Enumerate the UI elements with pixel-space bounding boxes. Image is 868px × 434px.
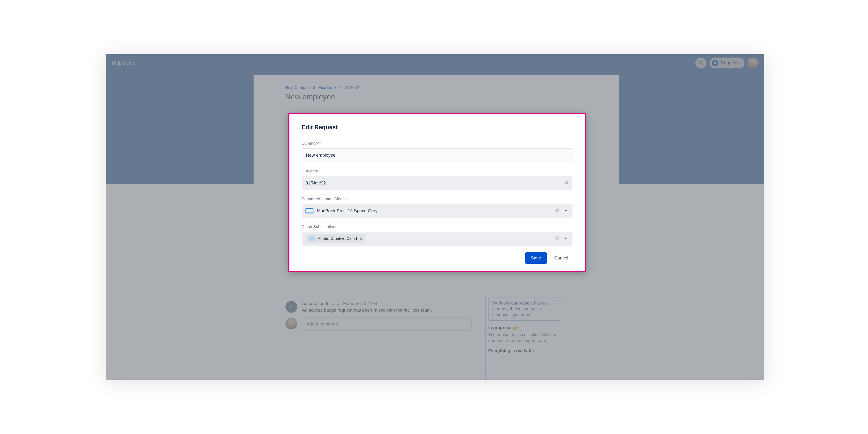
clear-icon[interactable]: [564, 181, 569, 186]
edit-request-modal: Edit Request Summary* Due date 01/Nov/22…: [288, 113, 586, 272]
summary-label: Summary: [302, 141, 319, 146]
field-summary: Summary*: [302, 141, 572, 162]
summary-input[interactable]: [302, 148, 572, 162]
remove-tag-icon[interactable]: ✕: [359, 237, 362, 241]
laptop-select[interactable]: MacBook Pro - 13 Space Gray: [302, 204, 572, 218]
clear-icon[interactable]: [555, 236, 559, 242]
cloud-select[interactable]: Adobe Creative Cloud ✕: [302, 231, 572, 246]
laptop-icon: [305, 208, 313, 214]
modal-footer: Save Cancel: [302, 252, 572, 264]
save-button[interactable]: Save: [525, 252, 547, 264]
clear-icon[interactable]: [555, 208, 559, 214]
required-asterisk: *: [319, 141, 321, 146]
laptop-label: Supported Laptop Models: [302, 197, 572, 202]
chevron-down-icon[interactable]: [563, 236, 568, 242]
field-laptop-models: Supported Laptop Models MacBook Pro - 13…: [302, 197, 572, 218]
app-window: Help Center 3 Requests Help Center / Ser…: [106, 54, 764, 380]
chevron-down-icon[interactable]: [563, 208, 568, 214]
due-date-value: 01/Nov/22: [305, 181, 326, 186]
cloud-tag: Adobe Creative Cloud ✕: [305, 234, 365, 243]
modal-title: Edit Request: [302, 124, 572, 131]
field-due-date: Due date 01/Nov/22: [302, 169, 572, 190]
due-date-input[interactable]: 01/Nov/22: [302, 176, 572, 190]
cancel-button[interactable]: Cancel: [550, 252, 572, 264]
cloud-icon: [308, 236, 315, 241]
cloud-label: Cloud Subscriptions: [302, 224, 572, 229]
laptop-value: MacBook Pro - 13 Space Gray: [317, 208, 378, 214]
field-cloud-subscriptions: Cloud Subscriptions Adobe Creative Cloud…: [302, 224, 572, 246]
due-date-label: Due date: [302, 169, 572, 174]
cloud-tag-label: Adobe Creative Cloud: [318, 236, 357, 241]
